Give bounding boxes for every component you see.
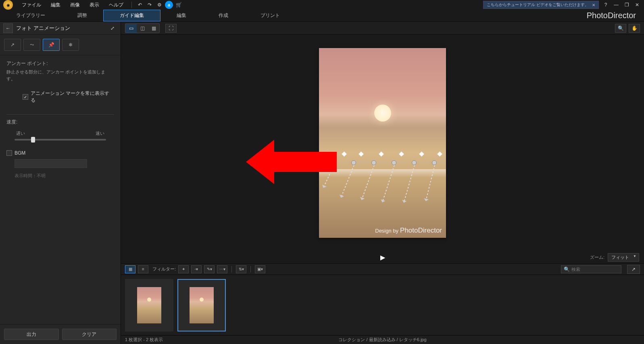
thumb-view-small-icon[interactable]: ▦ — [125, 265, 135, 273]
menu-file[interactable]: ファイル — [18, 1, 45, 9]
tab-edit[interactable]: 編集 — [160, 10, 202, 21]
close-icon[interactable]: ✕ — [592, 3, 595, 7]
speed-slider[interactable] — [15, 139, 106, 141]
filter-flag-icon[interactable]: ✎▾ — [204, 265, 215, 273]
status-path: コレクション / 最新読み込み / レタッチ6.jpg — [338, 337, 426, 343]
bgm-label: BGM — [15, 150, 25, 156]
anchor-desc: 静止させる部分に、アンカー ポイントを追加します。 — [6, 69, 114, 82]
tool-row: ↗ ⤳ 📌 ❄ — [0, 35, 121, 55]
filter-more-icon[interactable]: ⋯▾ — [217, 265, 227, 273]
tab-library[interactable]: ライブラリー — [0, 10, 61, 21]
tool-freeze[interactable]: ❄ — [62, 39, 79, 51]
status-selection: 1 枚選択 - 2 枚表示 — [125, 337, 163, 343]
thumb-view-list-icon[interactable]: ≡ — [138, 265, 148, 273]
close-window-icon[interactable]: ✕ — [634, 1, 641, 8]
search-input[interactable] — [571, 267, 627, 272]
thumbnail[interactable] — [125, 279, 173, 331]
main-tabs: ライブラリー 調整 ガイド編集 編集 作成 プリント PhotoDirector — [0, 10, 644, 22]
sort-icon[interactable]: ⇅▾ — [236, 265, 246, 273]
motion-start[interactable] — [432, 160, 437, 165]
search-icon: 🔍 — [564, 266, 570, 272]
speed-fast-label: 速い — [96, 130, 104, 136]
status-bar: 1 枚選択 - 2 枚表示 コレクション / 最新読み込み / レタッチ6.jp… — [121, 335, 644, 344]
filter-auto-icon[interactable]: ✦ — [178, 265, 189, 273]
cart-icon[interactable]: 🛒 — [175, 1, 183, 9]
play-button[interactable]: ▶ — [380, 254, 385, 261]
undo-icon[interactable]: ↶ — [136, 1, 144, 9]
anchor-point[interactable] — [399, 151, 404, 157]
tab-adjust[interactable]: 調整 — [61, 10, 103, 21]
thumbnail[interactable] — [177, 279, 226, 331]
watermark: Design by PhotoDirector — [375, 227, 442, 235]
thumbnail-strip — [121, 275, 644, 335]
main-area: ▭ ◫ ▦ ⛶ 🔍 ✋ — [121, 22, 644, 344]
zoom-tool-icon[interactable]: 🔍 — [615, 24, 626, 33]
app-logo: ◉ — [3, 0, 13, 10]
motion-start[interactable] — [331, 160, 336, 165]
zoom-label: ズーム: — [590, 254, 604, 260]
anchor-point[interactable] — [437, 151, 442, 157]
speed-label: 速度: — [6, 119, 114, 126]
show-marks-label: アニメーション マークを常に表示する — [31, 90, 114, 104]
show-marks-checkbox[interactable] — [23, 94, 28, 100]
speed-slow-label: 遅い — [16, 130, 25, 136]
tool-motion-arrow[interactable]: ↗ — [4, 39, 21, 51]
panel-title: フォト アニメーション — [16, 25, 104, 32]
export-button[interactable]: 出力 — [4, 329, 59, 340]
brand-label: PhotoDirector — [579, 10, 644, 21]
search-box[interactable]: 🔍 ✕ — [561, 265, 621, 273]
clear-button[interactable]: クリア — [62, 329, 117, 340]
filter-label-icon[interactable]: ▫▾ — [191, 265, 202, 273]
bgm-checkbox[interactable] — [6, 150, 12, 156]
pan-tool-icon[interactable]: ✋ — [629, 24, 640, 33]
help-icon[interactable]: ? — [602, 1, 609, 8]
tutorial-banner[interactable]: こちらからチュートリアル ビデオをご覧いただけます。 ✕ — [483, 1, 599, 9]
photo-preview[interactable]: Design by PhotoDirector — [319, 48, 446, 238]
motion-start[interactable] — [412, 160, 417, 165]
filter-label: フィルター: — [152, 266, 176, 272]
motion-start[interactable] — [351, 160, 356, 165]
view-single-icon[interactable]: ▭ — [125, 24, 137, 33]
tool-motion-path[interactable]: ⤳ — [23, 39, 40, 51]
share-icon[interactable]: ↗ — [627, 265, 640, 274]
notification-icon[interactable]: a — [165, 1, 173, 9]
menu-image[interactable]: 画像 — [66, 1, 84, 9]
motion-start[interactable] — [371, 160, 376, 165]
menu-edit[interactable]: 編集 — [47, 1, 65, 9]
stack-icon[interactable]: ▣▾ — [255, 265, 265, 273]
sun-graphic — [374, 105, 391, 122]
minimize-icon[interactable]: — — [613, 1, 620, 8]
left-panel: ← フォト アニメーション ⤢ ↗ ⤳ 📌 ❄ アンカー ポイント: 静止させる… — [0, 22, 121, 344]
menu-view[interactable]: 表示 — [85, 1, 103, 9]
canvas[interactable]: Design by PhotoDirector — [121, 35, 644, 251]
speed-slider-thumb[interactable] — [31, 137, 35, 143]
anchor-label: アンカー ポイント: — [6, 60, 114, 67]
bgm-file-box[interactable] — [15, 159, 87, 168]
view-compare-icon[interactable]: ◫ — [137, 24, 148, 33]
anchor-point[interactable] — [419, 151, 424, 157]
horizon-line — [319, 161, 446, 162]
duration-text: 表示時間：不明 — [15, 173, 114, 179]
wave-graphic — [319, 169, 446, 177]
view-fullscreen-icon[interactable]: ⛶ — [165, 24, 177, 33]
back-button[interactable]: ← — [3, 23, 13, 33]
tool-anchor[interactable]: 📌 — [43, 39, 60, 51]
anchor-point[interactable] — [325, 151, 330, 157]
top-menu-bar: ◉ ファイル 編集 画像 表示 ヘルプ ↶ ↷ ⚙ a 🛒 こちらからチュートリ… — [0, 0, 644, 10]
motion-start[interactable] — [392, 160, 396, 165]
view-grid-icon[interactable]: ▦ — [148, 24, 159, 33]
settings-icon[interactable]: ⚙ — [155, 1, 163, 9]
tab-print[interactable]: プリント — [244, 10, 296, 21]
anchor-point[interactable] — [379, 151, 384, 157]
anchor-point[interactable] — [342, 151, 347, 157]
tab-create[interactable]: 作成 — [202, 10, 244, 21]
redo-icon[interactable]: ↷ — [146, 1, 154, 9]
zoom-select[interactable]: フィット — [608, 253, 639, 262]
maximize-icon[interactable]: ❐ — [623, 1, 630, 8]
tutorial-text: こちらからチュートリアル ビデオをご覧いただけます。 — [487, 2, 589, 8]
anchor-point[interactable] — [358, 151, 364, 157]
menu-help[interactable]: ヘルプ — [105, 1, 127, 9]
tab-guided[interactable]: ガイド編集 — [103, 10, 160, 21]
expand-icon[interactable]: ⤢ — [108, 23, 117, 33]
